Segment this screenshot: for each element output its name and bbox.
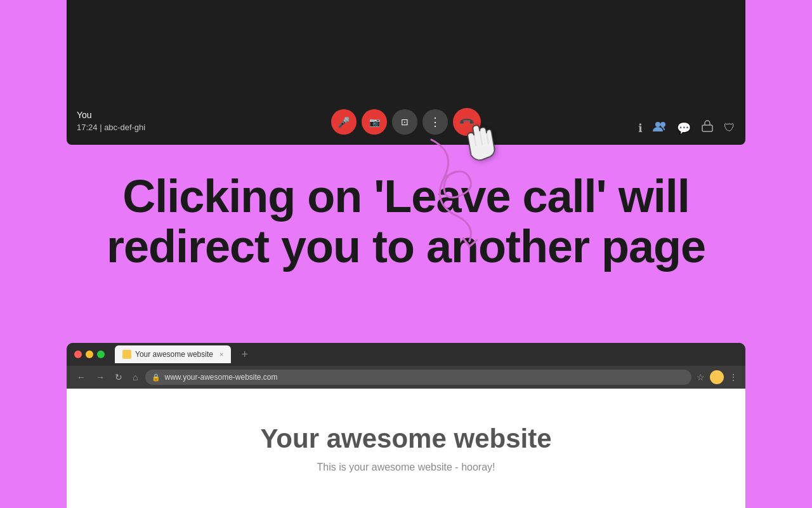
swirl-arrow (381, 127, 520, 254)
website-subtitle: This is your awesome website - hooray! (317, 462, 495, 473)
forward-button[interactable]: → (93, 371, 107, 384)
tab-title: Your awesome website (135, 350, 213, 359)
home-button[interactable]: ⌂ (130, 371, 140, 384)
browser-content: Your awesome website This is your awesom… (67, 389, 745, 508)
tab-favicon (122, 350, 131, 359)
svg-point-0 (655, 122, 660, 127)
traffic-lights (74, 351, 105, 358)
menu-icon[interactable]: ⋮ (729, 372, 738, 382)
browser-tab[interactable]: Your awesome website × (115, 345, 231, 363)
profile-avatar[interactable] (710, 370, 724, 384)
reload-button[interactable]: ↻ (112, 371, 125, 384)
browser-window: Your awesome website × + ← → ↻ ⌂ 🔒 www.y… (67, 343, 745, 508)
mute-button[interactable]: 🎤 (331, 109, 357, 135)
call-meta: 17:24 | abc-def-ghi (77, 123, 145, 132)
browser-titlebar: Your awesome website × + (67, 343, 745, 366)
svg-point-1 (660, 122, 665, 127)
shield-icon[interactable]: 🛡 (724, 121, 735, 135)
browser-toolbar: ← → ↻ ⌂ 🔒 www.your-awesome-website.com ☆… (67, 366, 745, 389)
tab-close-button[interactable]: × (219, 351, 223, 358)
address-text: www.your-awesome-website.com (164, 373, 277, 382)
video-call-bar: You 17:24 | abc-def-ghi 🎤 📷 ⊡ ⋮ 📞 ℹ (67, 0, 745, 145)
bookmark-icon[interactable]: ☆ (697, 372, 705, 382)
minimize-dot[interactable] (86, 351, 93, 358)
info-icon[interactable]: ℹ (638, 121, 643, 135)
chat-icon[interactable]: 💬 (677, 121, 691, 135)
toolbar-right: ☆ ⋮ (697, 370, 738, 384)
activities-icon[interactable] (701, 120, 714, 136)
website-title: Your awesome website (260, 424, 551, 454)
back-button[interactable]: ← (74, 371, 88, 384)
lock-icon: 🔒 (152, 373, 160, 382)
maximize-dot[interactable] (97, 351, 105, 358)
people-icon[interactable] (653, 121, 667, 135)
new-tab-button[interactable]: + (241, 348, 248, 361)
close-dot[interactable] (74, 351, 82, 358)
user-label: You (77, 110, 145, 120)
svg-rect-2 (702, 125, 712, 131)
address-bar[interactable]: 🔒 www.your-awesome-website.com (145, 370, 691, 385)
